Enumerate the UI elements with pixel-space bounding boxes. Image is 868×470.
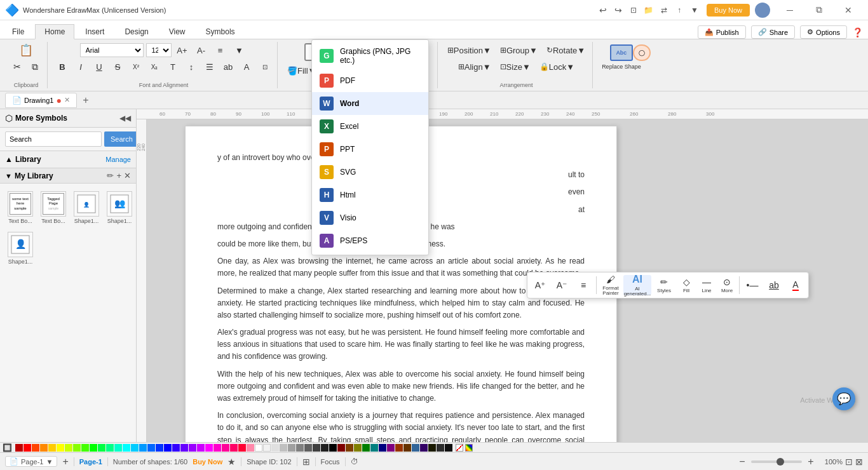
tab-insert[interactable]: Insert [76,24,114,39]
color-swatch[interactable] [437,444,444,452]
color-swatch[interactable] [370,444,378,452]
color-swatch[interactable] [313,444,320,452]
ft-font-color[interactable]: A [785,275,806,295]
color-swatch[interactable] [114,444,122,452]
color-swatch[interactable] [205,444,213,452]
color-swatch[interactable] [65,444,72,452]
color-swatch[interactable] [189,444,196,452]
tab-view[interactable]: View [159,24,195,39]
ft-ai[interactable]: AI AIgenerated... [623,275,651,295]
minimize-btn[interactable]: ─ [775,0,804,20]
color-swatch[interactable] [412,444,419,452]
cut-btn[interactable]: ✂ [9,60,25,74]
color-swatch[interactable] [420,444,428,452]
export-item-pdf[interactable]: P PDF [312,69,428,92]
shape-item-shape2[interactable]: 👥 Shape1... [104,189,135,227]
copy-btn[interactable]: ⧉ [27,60,43,74]
ft-format-painter[interactable]: 🖌 FormatPainter [599,275,622,295]
add-library-btn[interactable]: + [116,171,121,180]
strikethrough-btn[interactable]: S [109,60,126,74]
page-tab[interactable]: Page-1 [79,458,102,466]
folder-btn[interactable]: 📁 [642,3,656,17]
search-button[interactable]: Search [104,131,137,147]
maximize-btn[interactable]: ⊡ [627,3,641,17]
align-shapes-btn[interactable]: ⊞ Align▼ [455,60,494,74]
help-btn[interactable]: ❓ [852,27,863,37]
ft-fill[interactable]: ◇ Fill [677,275,696,295]
color-swatch[interactable] [32,444,39,452]
tab-symbols[interactable]: Symbols [196,24,245,39]
ft-line[interactable]: — Line [697,275,716,295]
paste-btn[interactable]: 📋 [18,43,34,57]
color-swatch[interactable] [238,444,246,452]
shape-item-textbox1[interactable]: some textheresample Text Bo... [5,189,36,227]
decrease-font-btn[interactable]: A- [193,43,210,57]
color-swatch[interactable] [337,444,345,452]
ft-more[interactable]: ⊙ More [717,275,736,295]
zoom-slider[interactable] [751,460,802,463]
list-btn[interactable]: ☰ [201,60,218,74]
undo-btn[interactable]: ↩ [596,3,610,17]
drawing1-tab[interactable]: 📄 Drawing1 ● ✕ [5,93,77,108]
color-swatch[interactable] [73,444,81,452]
color-swatch[interactable] [329,444,337,452]
search-input[interactable] [5,131,102,147]
shape-item-textbox2[interactable]: Tagged Pagesample Text Bo... [38,189,69,227]
zoom-out-btn[interactable]: − [736,455,749,468]
color-swatch[interactable] [147,444,155,452]
color-swatch[interactable] [15,444,23,452]
align-btn[interactable]: ≡ [212,43,229,57]
expand-font-btn[interactable]: ⊡ [257,60,273,74]
more-qa-btn[interactable]: ▼ [688,3,702,17]
color-swatch[interactable] [230,444,238,452]
color-swatch[interactable] [57,444,64,452]
switch-btn[interactable]: ⇄ [657,3,671,17]
color-swatch[interactable] [24,444,31,452]
lock-btn[interactable]: 🔒 Lock▼ [536,60,578,74]
color-swatch[interactable] [346,444,353,452]
ft-align[interactable]: ≡ [573,275,593,295]
color-swatch[interactable] [48,444,56,452]
color-swatch[interactable] [280,444,287,452]
page-selector[interactable]: 📄 Page-1 ▼ [5,456,57,467]
close-tab-btn[interactable]: ✕ [64,96,70,104]
canvas-content[interactable]: y of an introvert boy who overcomes his … [147,119,868,442]
buy-now-status[interactable]: Buy Now [193,458,222,466]
color-swatch[interactable] [387,444,395,452]
color-swatch[interactable] [197,444,205,452]
close-btn[interactable]: ✕ [834,0,863,20]
restore-btn[interactable]: ⧉ [804,0,834,20]
italic-btn[interactable]: I [72,60,89,74]
color-swatch[interactable] [180,444,188,452]
replace-shape-btn[interactable]: Replace Shape [602,64,641,70]
export-item-ppt[interactable]: P PPT [312,138,428,161]
manage-btn[interactable]: Manage [105,156,131,163]
export-btn[interactable]: ↑ [672,3,686,17]
color-tool-icon[interactable]: 🔲 [3,443,12,452]
publish-btn[interactable]: 📤 Publish [698,25,746,39]
tab-file[interactable]: File [3,24,34,39]
ft-underline[interactable]: ab [764,275,784,295]
collapse-panel-btn[interactable]: ◀◀ [119,114,131,123]
color-swatch[interactable] [428,444,436,452]
favorite-btn[interactable]: ★ [227,457,236,467]
export-item-html[interactable]: H Html [312,184,428,206]
font-size-select[interactable]: 12 [146,43,172,57]
underline-btn[interactable]: U [91,60,107,74]
color-swatch[interactable] [81,444,89,452]
export-item-png[interactable]: G Graphics (PNG, JPG etc.) [312,43,428,69]
color-swatch[interactable] [403,444,411,452]
more-format-btn[interactable]: ▼ [231,43,248,57]
color-swatch[interactable] [98,444,105,452]
bold-btn[interactable]: B [54,60,71,74]
color-swatch[interactable] [304,444,312,452]
superscript-btn[interactable]: X² [128,60,144,74]
rotate-btn[interactable]: ↻ Rotate▼ [543,43,588,57]
color-swatch[interactable] [321,444,329,452]
no-fill-swatch[interactable] [456,444,463,452]
layers-btn[interactable]: ⊞ [302,457,310,467]
ft-styles[interactable]: ✏ Styles [653,275,675,295]
focus-btn[interactable]: Focus [321,458,340,466]
tab-home[interactable]: Home [35,24,74,39]
color-swatch[interactable] [271,444,279,452]
